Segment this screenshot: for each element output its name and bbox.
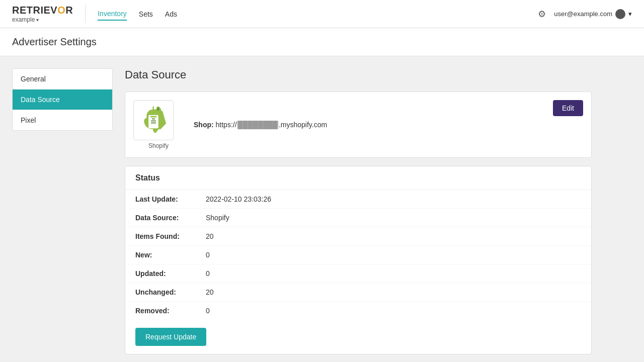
items-found-label: Items Found: (135, 232, 206, 240)
logo-o: O (57, 5, 65, 16)
unchanged-label: Unchanged: (135, 288, 206, 296)
unchanged-value: 20 (206, 288, 214, 296)
status-row-last-update: Last Update: 2022-02-10 23:03:26 (125, 190, 591, 209)
status-row-new: New: 0 (125, 246, 591, 264)
shopify-card: Shopify Shop: https://████████.myshopify… (125, 92, 592, 158)
status-row-data-source: Data Source: Shopify (125, 209, 591, 227)
sidebar-item-pixel[interactable]: Pixel (13, 110, 112, 130)
section-title: Data Source (125, 68, 592, 81)
updated-label: Updated: (135, 269, 206, 278)
removed-label: Removed: (135, 307, 206, 315)
header-right: ⚙ user@example.com ▾ (538, 9, 632, 20)
status-row-removed: Removed: 0 (125, 302, 591, 320)
logo-text-before: RETRIEV (12, 5, 57, 16)
nav-item-inventory[interactable]: Inventory (98, 8, 127, 21)
new-label: New: (135, 251, 206, 259)
sidebar-item-data-source[interactable]: Data Source (13, 89, 112, 110)
status-box: Status Last Update: 2022-02-10 23:03:26 … (125, 166, 592, 354)
shopify-logo-box (133, 100, 174, 140)
status-row-updated: Updated: 0 (125, 264, 591, 283)
sidebar: General Data Source Pixel (12, 68, 113, 131)
logo-area: RETRIEVOR example (12, 5, 86, 23)
main-content: Data Source Shopify (125, 68, 592, 362)
last-update-value: 2022-02-10 23:03:26 (206, 195, 271, 203)
shopify-label: Shopify (148, 142, 169, 149)
user-email: user@example.com (554, 10, 612, 18)
status-title: Status (125, 166, 591, 190)
shop-url-blurred: ████████ (237, 121, 279, 129)
shopify-info: Shop: https://████████.myshopify.com (194, 121, 327, 129)
new-value: 0 (206, 251, 210, 259)
data-source-label: Data Source: (135, 214, 206, 222)
shopify-logo-container: Shopify (133, 100, 184, 149)
nav-item-sets[interactable]: Sets (139, 8, 153, 20)
status-row-items-found: Items Found: 20 (125, 227, 591, 246)
data-source-value: Shopify (206, 214, 229, 222)
shop-label: Shop: (194, 121, 214, 129)
sidebar-item-general[interactable]: General (13, 69, 112, 89)
status-row-unchanged: Unchanged: 20 (125, 283, 591, 302)
last-update-label: Last Update: (135, 195, 206, 203)
logo-text-after: R (65, 5, 73, 16)
updated-value: 0 (206, 269, 210, 278)
settings-icon[interactable]: ⚙ (538, 9, 546, 20)
header: RETRIEVOR example Inventory Sets Ads ⚙ u… (0, 0, 644, 28)
user-menu[interactable]: user@example.com ▾ (554, 9, 632, 19)
request-update-button[interactable]: Request Update (135, 328, 206, 346)
page-title: Advertiser Settings (12, 36, 632, 48)
page-title-bar: Advertiser Settings (0, 28, 644, 56)
user-avatar-icon (615, 9, 625, 19)
edit-button[interactable]: Edit (553, 100, 583, 116)
shop-url: Shop: https://████████.myshopify.com (194, 121, 327, 129)
shopify-logo-icon (139, 106, 168, 134)
nav-item-ads[interactable]: Ads (165, 8, 177, 20)
main-nav: Inventory Sets Ads (98, 8, 538, 21)
shop-url-suffix: .myshopify.com (279, 121, 327, 129)
user-dropdown-icon: ▾ (628, 10, 632, 18)
account-switcher[interactable]: example (12, 16, 73, 23)
items-found-value: 20 (206, 232, 214, 240)
logo: RETRIEVOR (12, 5, 73, 16)
removed-value: 0 (206, 307, 210, 315)
shop-url-prefix: https:// (216, 121, 237, 129)
content-area: General Data Source Pixel Data Source (0, 56, 604, 362)
